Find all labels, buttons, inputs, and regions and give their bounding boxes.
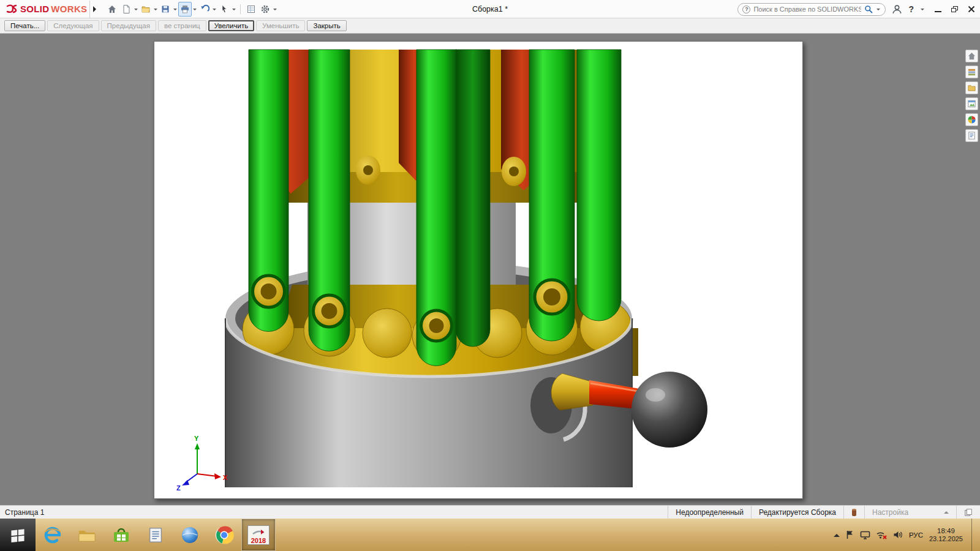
titlebar-right: ? Поиск в Справке по SOLIDWORKS ? (737, 0, 980, 18)
custom-properties-icon (967, 131, 976, 140)
options-button[interactable] (258, 2, 272, 17)
file-explorer-tab[interactable] (965, 81, 978, 94)
settings-cell: Настройка (864, 506, 956, 519)
chrome-icon (214, 525, 234, 545)
print-icon (180, 4, 190, 14)
task-pane-strip (965, 50, 978, 142)
select-caret-icon[interactable] (232, 9, 236, 12)
user-account-icon[interactable] (892, 4, 902, 15)
gear-icon (260, 4, 270, 14)
two-pages-button: ве страниц (158, 20, 206, 31)
new-document-caret-icon[interactable] (134, 9, 138, 12)
print-preview-toolbar: Печать... Следующая Предыдущая ве страни… (0, 18, 980, 34)
open-button[interactable] (139, 2, 153, 17)
edit-mode-status: Редактируется Сборка (751, 506, 843, 519)
help-circle-icon: ? (742, 6, 750, 13)
action-center-flag-icon[interactable] (846, 530, 854, 539)
properties-button[interactable] (244, 2, 258, 17)
appearances-ball-icon (967, 115, 976, 124)
open-folder-icon (141, 4, 151, 14)
triad-y-label: Y (194, 435, 199, 442)
search-icon[interactable] (864, 5, 873, 13)
internet-explorer-icon (43, 525, 62, 545)
toolbar-flyout-button[interactable] (89, 1, 99, 18)
display-tray-icon[interactable] (860, 531, 870, 539)
file-explorer-icon (77, 525, 97, 545)
triad-z-label: Z (176, 484, 181, 492)
resources-tab[interactable] (965, 50, 978, 62)
help-search-input[interactable]: ? Поиск в Справке по SOLIDWORKS (737, 3, 886, 16)
zoom-out-button: Уменьшить (256, 20, 305, 31)
undo-button[interactable] (198, 2, 211, 17)
zoom-in-button[interactable]: Увеличить (208, 20, 254, 31)
open-caret-icon[interactable] (154, 9, 157, 12)
tray-expand-icon[interactable] (834, 531, 840, 537)
taskbar-document-app-button[interactable] (138, 519, 173, 551)
taskbar: 2018 РУС 18:49 23.12.2025 (0, 519, 980, 551)
settings-label: Настройка (872, 508, 908, 517)
start-button[interactable] (0, 519, 36, 551)
properties-grid-icon (246, 4, 256, 14)
page-indicator: Страница 1 (0, 508, 44, 517)
close-preview-button[interactable]: Закрыть (307, 20, 346, 31)
save-button[interactable] (159, 2, 172, 17)
constraint-status: Недоопределенный (668, 506, 751, 519)
undo-icon (200, 4, 209, 14)
taskbar-ie-button[interactable] (36, 519, 70, 551)
network-error-icon[interactable] (876, 530, 887, 539)
solidworks-year-badge: 2018 (251, 537, 266, 544)
tree-display-cell[interactable] (956, 506, 980, 519)
undo-caret-icon[interactable] (213, 9, 216, 12)
constraint-status-label: Недоопределенный (676, 508, 744, 517)
taskbar-chrome-button[interactable] (207, 519, 241, 551)
print-button-active[interactable] (178, 2, 192, 17)
help-caret-icon[interactable] (921, 9, 924, 12)
show-desktop-button[interactable] (971, 519, 976, 551)
select-cursor-icon (219, 4, 229, 14)
view-palette-icon (967, 99, 976, 108)
edit-mode-label: Редактируется Сборка (759, 508, 836, 517)
custom-properties-tab[interactable] (965, 129, 978, 142)
solidworks-glyph-icon (252, 528, 265, 537)
blue-orb-icon (180, 525, 200, 545)
select-button[interactable] (217, 2, 231, 17)
tray-clock[interactable]: 18:49 23.12.2025 (929, 527, 963, 543)
design-library-tab[interactable] (965, 66, 978, 78)
options-caret-icon[interactable] (273, 9, 277, 12)
document-app-icon (146, 526, 165, 544)
store-icon (111, 525, 131, 545)
close-button[interactable] (968, 6, 975, 13)
print-caret-icon[interactable] (193, 9, 197, 12)
search-scope-caret-icon[interactable] (876, 9, 880, 12)
view-palette-tab[interactable] (965, 97, 978, 110)
taskbar-solidworks-button[interactable]: 2018 (241, 519, 276, 551)
system-tray: РУС 18:49 23.12.2025 (830, 519, 980, 551)
flyout-arrow-icon (93, 6, 99, 12)
design-library-icon (967, 67, 976, 77)
language-indicator[interactable]: РУС (909, 531, 923, 539)
taskbar-store-button[interactable] (104, 519, 138, 551)
volume-icon[interactable] (893, 530, 903, 539)
appearances-tab[interactable] (965, 113, 978, 126)
prev-page-button: Предыдущая (101, 20, 156, 31)
save-caret-icon[interactable] (173, 9, 177, 12)
brand-solid: SOLID (20, 4, 49, 14)
triad-x-label: X (223, 474, 228, 481)
taskbar-blue-orb-button[interactable] (173, 519, 207, 551)
unit-system-cell[interactable] (843, 506, 864, 519)
barrel-icon (851, 508, 857, 517)
new-document-button[interactable] (119, 2, 133, 17)
home-button[interactable] (105, 2, 119, 17)
statusbar: Страница 1 Недоопределенный Редактируетс… (0, 505, 980, 519)
minimize-button[interactable] (935, 11, 941, 12)
orientation-triad: Y X Z (176, 435, 228, 492)
settings-caret-icon[interactable] (944, 509, 949, 514)
help-menu-button[interactable]: ? (908, 4, 914, 14)
print-dialog-button[interactable]: Печать... (4, 20, 45, 31)
print-preview-page[interactable]: Y X Z (154, 41, 803, 499)
toolbar-separator (240, 4, 241, 14)
solidworks-logo: SOLIDWORKS (0, 0, 89, 18)
ds-logo-icon (5, 2, 18, 16)
restore-button[interactable] (951, 6, 958, 12)
taskbar-explorer-button[interactable] (70, 519, 104, 551)
